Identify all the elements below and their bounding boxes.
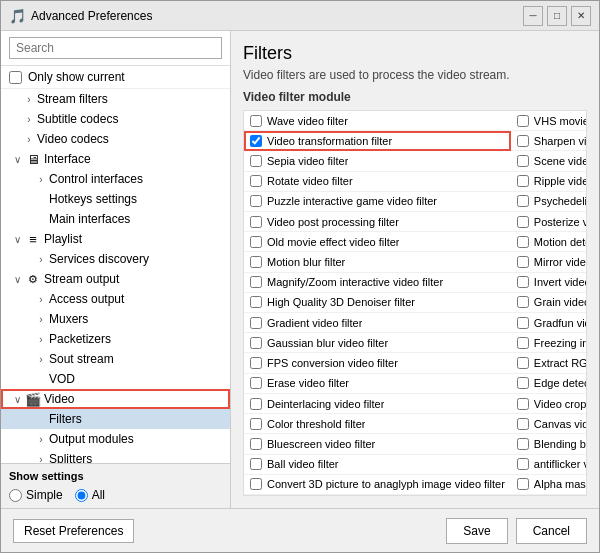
reset-preferences-button[interactable]: Reset Preferences — [13, 519, 134, 543]
filter-gaussian-blur[interactable]: Gaussian blur video filter — [244, 333, 511, 353]
tree-item-hotkeys-settings[interactable]: Hotkeys settings — [1, 189, 230, 209]
radio-all-input[interactable] — [75, 489, 88, 502]
filter-blending[interactable]: Blending ber — [511, 434, 587, 454]
filter-vhs-movie[interactable]: VHS movie e — [511, 111, 587, 131]
filter-checkbox[interactable] — [517, 216, 529, 228]
filter-checkbox[interactable] — [517, 337, 529, 349]
filter-checkbox[interactable] — [250, 296, 262, 308]
filter-checkbox[interactable] — [517, 236, 529, 248]
radio-all[interactable]: All — [75, 488, 105, 502]
filter-checkbox[interactable] — [250, 398, 262, 410]
tree-item-control-interfaces[interactable]: › Control interfaces — [1, 169, 230, 189]
filter-checkbox[interactable] — [250, 256, 262, 268]
tree-item-sout-stream[interactable]: › Sout stream — [1, 349, 230, 369]
filter-checkbox[interactable] — [517, 135, 529, 147]
tree-item-video-codecs[interactable]: › Video codecs — [1, 129, 230, 149]
only-show-current-checkbox[interactable] — [9, 71, 22, 84]
filter-checkbox[interactable] — [250, 317, 262, 329]
filter-color-threshold[interactable]: Color threshold filter — [244, 414, 511, 434]
filter-checkbox[interactable] — [517, 398, 529, 410]
filter-checkbox[interactable] — [250, 418, 262, 430]
tree-item-main-interfaces[interactable]: Main interfaces — [1, 209, 230, 229]
filter-checkbox[interactable] — [250, 276, 262, 288]
filter-gradient[interactable]: Gradient video filter — [244, 313, 511, 333]
filter-checkbox[interactable] — [517, 317, 529, 329]
filter-sepia[interactable]: Sepia video filter — [244, 151, 511, 171]
filter-bluescreen[interactable]: Bluescreen video filter — [244, 434, 511, 454]
filter-psychedelic[interactable]: Psychedelic v — [511, 192, 587, 212]
filter-checkbox[interactable] — [517, 438, 529, 450]
maximize-button[interactable]: □ — [547, 6, 567, 26]
radio-simple[interactable]: Simple — [9, 488, 63, 502]
filter-scene[interactable]: Scene video — [511, 151, 587, 171]
filter-checkbox[interactable] — [250, 155, 262, 167]
tree-item-subtitle-codecs[interactable]: › Subtitle codecs — [1, 109, 230, 129]
filter-checkbox[interactable] — [250, 195, 262, 207]
filter-wave-video[interactable]: Wave video filter — [244, 111, 511, 131]
filter-posterize[interactable]: Posterize vid — [511, 212, 587, 232]
filter-extract-rgb[interactable]: Extract RGB — [511, 353, 587, 373]
filter-checkbox[interactable] — [250, 115, 262, 127]
filter-ripple[interactable]: Ripple video — [511, 172, 587, 192]
tree-item-access-output[interactable]: › Access output — [1, 289, 230, 309]
filter-gradfun[interactable]: Gradfun video — [511, 313, 587, 333]
filter-checkbox[interactable] — [517, 195, 529, 207]
filter-checkbox[interactable] — [250, 135, 262, 147]
filter-checkbox[interactable] — [250, 357, 262, 369]
filter-checkbox[interactable] — [517, 155, 529, 167]
filter-erase[interactable]: Erase video filter — [244, 374, 511, 394]
filter-invert[interactable]: Invert video — [511, 273, 587, 293]
close-button[interactable]: ✕ — [571, 6, 591, 26]
tree-item-muxers[interactable]: › Muxers — [1, 309, 230, 329]
filter-puzzle[interactable]: Puzzle interactive game video filter — [244, 192, 511, 212]
filter-old-movie[interactable]: Old movie effect video filter — [244, 232, 511, 252]
tree-item-stream-output[interactable]: ∨ ⚙ Stream output — [1, 269, 230, 289]
tree-item-filters[interactable]: Filters — [1, 409, 230, 429]
tree-item-playlist[interactable]: ∨ ≡ Playlist — [1, 229, 230, 249]
tree-item-video[interactable]: ∨ 🎬 Video — [1, 389, 230, 409]
filter-convert-3d[interactable]: Convert 3D picture to anaglyph image vid… — [244, 475, 511, 495]
filter-sharpen[interactable]: Sharpen vide — [511, 131, 587, 151]
minimize-button[interactable]: ─ — [523, 6, 543, 26]
cancel-button[interactable]: Cancel — [516, 518, 587, 544]
filter-checkbox[interactable] — [250, 337, 262, 349]
filter-checkbox[interactable] — [517, 296, 529, 308]
filter-checkbox[interactable] — [250, 377, 262, 389]
filter-checkbox[interactable] — [250, 216, 262, 228]
filter-checkbox[interactable] — [250, 175, 262, 187]
filter-canvas[interactable]: Canvas video — [511, 414, 587, 434]
filter-checkbox[interactable] — [517, 458, 529, 470]
tree-item-splitters[interactable]: › Splitters — [1, 449, 230, 463]
filter-checkbox[interactable] — [517, 357, 529, 369]
filter-motion-detect[interactable]: Motion detec — [511, 232, 587, 252]
filter-checkbox[interactable] — [517, 377, 529, 389]
filter-freezing[interactable]: Freezing inte — [511, 333, 587, 353]
filter-checkbox[interactable] — [517, 115, 529, 127]
filter-hq-3d[interactable]: High Quality 3D Denoiser filter — [244, 293, 511, 313]
search-input[interactable] — [9, 37, 222, 59]
tree-item-output-modules[interactable]: › Output modules — [1, 429, 230, 449]
filter-checkbox[interactable] — [250, 458, 262, 470]
radio-simple-input[interactable] — [9, 489, 22, 502]
filter-ball[interactable]: Ball video filter — [244, 455, 511, 475]
filter-video-post[interactable]: Video post processing filter — [244, 212, 511, 232]
filter-alpha-mask[interactable]: Alpha mask v — [511, 475, 587, 495]
filter-antiflicker[interactable]: antiflicker vi — [511, 455, 587, 475]
tree-item-interface[interactable]: ∨ 🖥 Interface — [1, 149, 230, 169]
filter-rotate[interactable]: Rotate video filter — [244, 172, 511, 192]
filter-checkbox[interactable] — [517, 256, 529, 268]
filter-motion-blur[interactable]: Motion blur filter — [244, 252, 511, 272]
filter-checkbox[interactable] — [517, 418, 529, 430]
tree-item-stream-filters[interactable]: › Stream filters — [1, 89, 230, 109]
filter-edge-detect[interactable]: Edge detecti — [511, 374, 587, 394]
filter-deinterlacing[interactable]: Deinterlacing video filter — [244, 394, 511, 414]
filter-grain[interactable]: Grain video f — [511, 293, 587, 313]
filter-checkbox[interactable] — [250, 478, 262, 490]
filter-checkbox[interactable] — [250, 438, 262, 450]
save-button[interactable]: Save — [446, 518, 507, 544]
filter-checkbox[interactable] — [250, 236, 262, 248]
filter-mirror[interactable]: Mirror video — [511, 252, 587, 272]
tree-item-services-discovery[interactable]: › Services discovery — [1, 249, 230, 269]
filter-checkbox[interactable] — [517, 175, 529, 187]
filter-checkbox[interactable] — [517, 276, 529, 288]
